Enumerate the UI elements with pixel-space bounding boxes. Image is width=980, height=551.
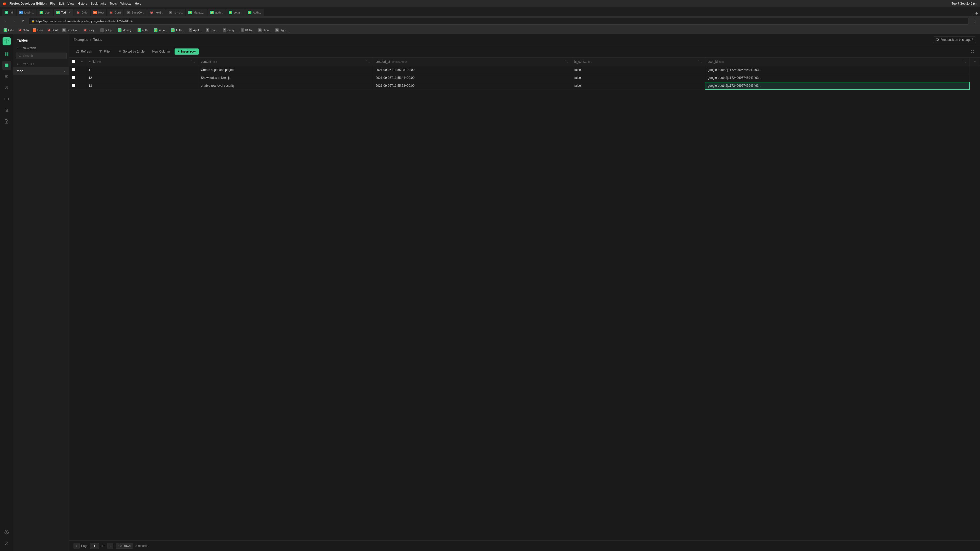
- tab-gitfo[interactable]: 🐙 Gitfo: [74, 9, 90, 16]
- row-1-is-complete[interactable]: false: [572, 66, 705, 74]
- bookmark-gitfo-4[interactable]: 🐙 Don't: [45, 28, 59, 32]
- forward-btn[interactable]: ›: [11, 18, 18, 24]
- row-2-user-id[interactable]: google-oauth2|117240696746943493...: [705, 74, 969, 82]
- breadcrumb-examples[interactable]: Examples: [73, 38, 88, 41]
- row-2-content[interactable]: Show todos in Next.js: [198, 74, 373, 82]
- insert-row-btn[interactable]: + Insert row: [175, 48, 199, 55]
- row-3-is-complete[interactable]: false: [572, 82, 705, 90]
- bookmark-gitfo-1[interactable]: ⚡ Gitfo: [2, 28, 16, 32]
- new-tab-btn[interactable]: +: [975, 11, 978, 16]
- header-is-complete[interactable]: is_com... b... ⌃⌄: [572, 58, 705, 66]
- row-3-created-at[interactable]: 2021-09-06T11:55:53+00:00: [373, 82, 572, 90]
- filter-btn[interactable]: Filter: [97, 48, 114, 55]
- menu-window[interactable]: Window: [121, 2, 131, 5]
- sidebar-item-logs[interactable]: [2, 117, 11, 126]
- tab-authi[interactable]: ⚡ Authi...: [245, 9, 264, 16]
- bookmark-encry[interactable]: E encry...: [221, 28, 238, 32]
- row-3-content[interactable]: enable row level security: [198, 82, 373, 90]
- table-item-todo[interactable]: todo ∨: [13, 67, 69, 75]
- feedback-btn[interactable]: Feedback on this page?: [933, 37, 976, 43]
- address-bar[interactable]: 🔒 https://app.supabase.io/project/mrbryc…: [29, 18, 969, 24]
- bookmark-isit[interactable]: I Is it p...: [99, 28, 115, 32]
- bookmark-gitfo-3[interactable]: H How: [31, 28, 45, 32]
- more-tabs-icon[interactable]: ›: [972, 12, 974, 16]
- menu-firefox[interactable]: Firefox Developer Edition: [10, 2, 46, 5]
- menu-bookmarks[interactable]: Bookmarks: [91, 2, 106, 5]
- sidebar-item-user[interactable]: [2, 539, 11, 548]
- sort-icon-content[interactable]: ⌃⌄: [365, 60, 370, 64]
- tab-baseco[interactable]: B BaseCo...: [124, 9, 146, 16]
- rows-per-page[interactable]: 100 rows: [116, 543, 133, 549]
- tab-auth[interactable]: ⚡ auth...: [207, 9, 226, 16]
- tab-dont[interactable]: 🐙 Don't: [107, 9, 124, 16]
- next-page-btn[interactable]: ›: [107, 543, 113, 549]
- sorted-btn[interactable]: Sorted by 1 rule: [116, 48, 148, 55]
- bookmark-signi[interactable]: S Signi...: [274, 28, 290, 32]
- sidebar-item-dashboard[interactable]: [2, 49, 11, 59]
- grid-view-btn[interactable]: [969, 48, 976, 55]
- tab-close-todo[interactable]: ✕: [68, 11, 71, 14]
- sort-icon-is-complete[interactable]: ⌃⌄: [697, 60, 702, 64]
- tab-set[interactable]: ⚡ set a...: [226, 9, 245, 16]
- bookmark-manag[interactable]: ⚡ Manag...: [116, 28, 135, 32]
- row-2-id[interactable]: 12: [86, 74, 198, 82]
- tab-todo[interactable]: ⚡ Tod ✕: [54, 9, 73, 16]
- header-user-id[interactable]: user_id text ⌃⌄: [705, 58, 969, 66]
- search-box[interactable]: Search: [16, 52, 67, 59]
- sidebar-item-table-editor[interactable]: [2, 61, 11, 70]
- sort-icon[interactable]: ⌃⌄: [190, 60, 196, 64]
- sort-icon-created-at[interactable]: ⌃⌄: [564, 60, 569, 64]
- bookmark-set[interactable]: ⚡ set a...: [152, 28, 169, 32]
- menu-tools[interactable]: Tools: [110, 2, 117, 5]
- tab-user[interactable]: ⚡ User: [37, 9, 53, 16]
- prev-page-btn[interactable]: ‹: [73, 543, 80, 549]
- row-2-created-at[interactable]: 2021-09-06T11:55:44+00:00: [373, 74, 572, 82]
- reload-btn[interactable]: ↺: [20, 18, 27, 24]
- row-3-id[interactable]: 13: [86, 82, 198, 90]
- row-1-checkbox[interactable]: [72, 68, 75, 71]
- menu-view[interactable]: View: [67, 2, 74, 5]
- header-content[interactable]: content text ⌃⌄: [198, 58, 373, 66]
- row-1-id[interactable]: 11: [86, 66, 198, 74]
- row-1-user-id[interactable]: google-oauth2|117240696746943493...: [705, 66, 969, 74]
- apple-icon[interactable]: 🍎: [3, 2, 6, 5]
- sidebar-item-reports[interactable]: [2, 106, 11, 115]
- header-id[interactable]: id int8 ⌃⌄: [86, 58, 198, 66]
- menu-history[interactable]: History: [78, 2, 87, 5]
- bookmark-baseco[interactable]: B BaseCo...: [61, 28, 81, 32]
- tab-nextjs[interactable]: 🐙 nextj...: [147, 9, 165, 16]
- bookmark-auth2[interactable]: ⚡ auth...: [136, 28, 151, 32]
- menu-edit[interactable]: Edit: [59, 2, 64, 5]
- sidebar-item-storage[interactable]: [2, 94, 11, 103]
- row-2-is-complete[interactable]: false: [572, 74, 705, 82]
- bookmark-idto[interactable]: I ID To...: [239, 28, 256, 32]
- select-all-checkbox[interactable]: [72, 60, 75, 63]
- settings-icon[interactable]: ⋮: [971, 18, 977, 24]
- tab-localhost[interactable]: L localh...: [17, 9, 37, 16]
- bookmark-appli[interactable]: A Appli...: [187, 28, 204, 32]
- new-column-btn[interactable]: New Column: [149, 48, 172, 55]
- menu-file[interactable]: File: [50, 2, 55, 5]
- bookmark-gitfo-2[interactable]: 🐙 Gitfo: [17, 28, 30, 32]
- header-created-at[interactable]: created_at timestamptz ⌃⌄: [373, 58, 572, 66]
- bookmark-tena[interactable]: T Tena...: [204, 28, 220, 32]
- bookmark-chan[interactable]: C chan...: [256, 28, 272, 32]
- row-2-checkbox[interactable]: [72, 76, 75, 79]
- tab-isit[interactable]: I Is it p...: [166, 9, 185, 16]
- sidebar-item-auth[interactable]: [2, 83, 11, 92]
- tab-manag[interactable]: ⚡ Manag...: [186, 9, 207, 16]
- row-3-checkbox[interactable]: [72, 84, 75, 87]
- add-column-btn[interactable]: +: [970, 58, 980, 66]
- page-input[interactable]: [90, 543, 99, 549]
- bookmark-authi[interactable]: ⚡ Authi...: [169, 28, 186, 32]
- refresh-btn[interactable]: Refresh: [73, 48, 94, 55]
- back-btn[interactable]: ‹: [3, 18, 9, 24]
- row-1-content[interactable]: Create supabase project: [198, 66, 373, 74]
- sidebar-item-sql-editor[interactable]: [2, 72, 11, 81]
- tab-how[interactable]: H How: [91, 9, 107, 16]
- bookmark-nextjs[interactable]: 🐙 nextj...: [82, 28, 97, 32]
- app-logo[interactable]: [3, 37, 11, 45]
- tab-ndi[interactable]: N ndi: [2, 9, 16, 16]
- menu-help[interactable]: Help: [135, 2, 141, 5]
- row-1-created-at[interactable]: 2021-09-06T11:55:28+00:00: [373, 66, 572, 74]
